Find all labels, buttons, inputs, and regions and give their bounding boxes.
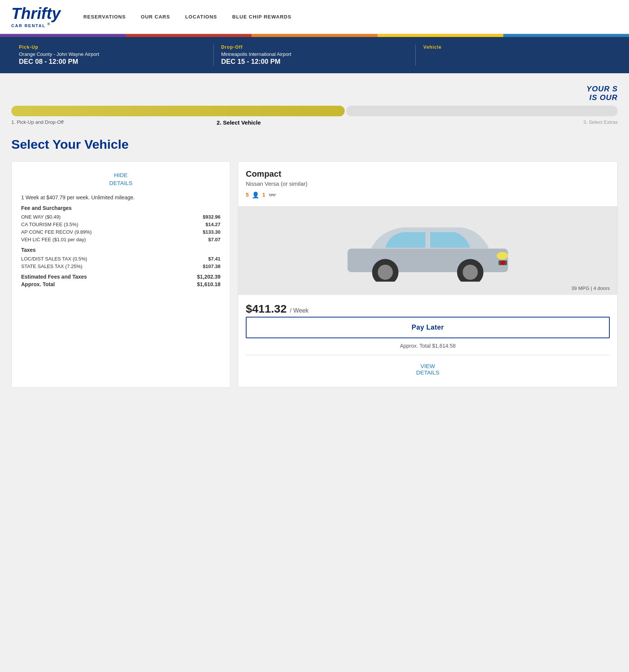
vehicle-icons: 5 👤 1 👓	[246, 191, 610, 199]
approx-total-row: Approx. Total $1,610.18	[21, 281, 220, 287]
luggage-icon: 👓	[268, 191, 276, 199]
fee-state-sales-amount: $107.38	[190, 264, 220, 269]
main-nav: RESERVATIONS OUR CARS LOCATIONS BLUE CHI…	[83, 14, 291, 20]
vehicle-model: Nissan Versa (or similar)	[246, 180, 610, 187]
fee-oneway-name: ONE WAY ($0.49)	[21, 214, 190, 220]
taxes-title: Taxes	[21, 247, 220, 253]
page-title: Select Your Vehicle	[11, 137, 618, 152]
details-intro: 1 Week at $407.79 per week. Unlimited mi…	[21, 194, 220, 200]
booking-summary-bar: Pick-Up Orange County - John Wayne Airpo…	[0, 37, 629, 73]
progress-filled	[11, 106, 345, 116]
nav-reservations[interactable]: RESERVATIONS	[83, 14, 126, 20]
dropoff-label: Drop-Off	[221, 45, 408, 50]
approx-label: Approx. Total	[21, 281, 55, 287]
nav-our-cars[interactable]: OUR CARS	[141, 14, 170, 20]
price-label: / Week	[290, 307, 309, 314]
fee-ca-tourism-amount: $14.27	[190, 222, 220, 227]
vehicle-pricing: $411.32 / Week Pay Later Approx. Total $…	[238, 295, 617, 387]
vehicle-card: Compact Nissan Versa (or similar) 5 👤 1 …	[238, 161, 618, 387]
doors: 4 doors	[594, 285, 610, 291]
pickup-location: Orange County - John Wayne Airport	[19, 51, 206, 57]
nav-locations[interactable]: LOCATIONS	[185, 14, 217, 20]
fee-row-ap-conc: AP CONC FEE RECOV (9.89%) $133.30	[21, 229, 220, 235]
color-segment-purple	[0, 34, 126, 37]
vehicle-image	[238, 206, 617, 282]
color-segment-red	[126, 34, 251, 37]
logo-text: Thrifty	[11, 6, 61, 22]
color-segment-blue	[503, 34, 629, 37]
logo-sub: CAR RENTAL ®	[11, 22, 61, 28]
color-segment-yellow	[378, 34, 503, 37]
vehicle-layout: HIDEDETAILS 1 Week at $407.79 per week. …	[11, 161, 618, 388]
fee-veh-lic-amount: $7.07	[190, 237, 220, 242]
hide-details-link[interactable]: HIDEDETAILS	[21, 171, 220, 187]
approx-total-card: Approx. Total $1,614.58	[246, 343, 610, 349]
approx-amount: $1,610.18	[197, 281, 220, 287]
vehicle-label: Vehicle	[423, 45, 610, 50]
vehicle-section: Vehicle	[416, 45, 618, 66]
color-bar	[0, 34, 629, 37]
progress-labels: 1. Pick-Up and Drop-Off 2. Select Vehicl…	[11, 119, 618, 126]
fee-oneway-amount: $932.96	[190, 214, 220, 220]
your-savings-text: YOUR SIS OUR	[11, 85, 618, 102]
nav-blue-chip[interactable]: BLUE CHIP REWARDS	[232, 14, 291, 20]
fee-ca-tourism-name: CA TOURISM FEE (3.5%)	[21, 222, 190, 227]
mpg: 39 MPG	[571, 285, 589, 291]
view-details-link[interactable]: VIEWDETAILS	[246, 359, 610, 379]
fee-ap-conc-name: AP CONC FEE RECOV (9.89%)	[21, 229, 190, 235]
progress-empty	[346, 106, 618, 116]
fee-loc-dist-name: LOC/DIST SALES TAX (0.5%)	[21, 256, 190, 262]
progress-bar	[11, 106, 618, 116]
estimated-fees-row: Estimated Fees and Taxes $1,202.39	[21, 274, 220, 280]
vehicle-specs: 39 MPG | 4 doors	[238, 282, 617, 295]
fee-loc-dist-amount: $7.41	[190, 256, 220, 262]
fee-row-oneway: ONE WAY ($0.49) $932.96	[21, 214, 220, 220]
dropoff-section: Drop-Off Minneapolis International Airpo…	[214, 45, 416, 66]
details-panel: HIDEDETAILS 1 Week at $407.79 per week. …	[11, 161, 230, 388]
pickup-date: DEC 08 - 12:00 PM	[19, 58, 206, 66]
totals-section: Estimated Fees and Taxes $1,202.39 Appro…	[21, 274, 220, 287]
price-amount: $411.32	[246, 302, 287, 315]
fees-title: Fee and Surcharges	[21, 205, 220, 211]
fee-veh-lic-name: VEH LIC FEE ($1.01 per day)	[21, 237, 190, 242]
vehicle-card-top: Compact Nissan Versa (or similar) 5 👤 1 …	[238, 162, 617, 206]
fee-row-loc-dist: LOC/DIST SALES TAX (0.5%) $7.41	[21, 256, 220, 262]
fee-row-ca-tourism: CA TOURISM FEE (3.5%) $14.27	[21, 222, 220, 227]
passenger-count: 5	[246, 192, 249, 198]
svg-point-7	[501, 260, 506, 265]
progress-area: YOUR SIS OUR 1. Pick-Up and Drop-Off 2. …	[0, 73, 629, 129]
dropoff-location: Minneapolis International Airport	[221, 51, 408, 57]
price-display: $411.32 / Week	[246, 302, 610, 315]
luggage-count: 1	[262, 192, 265, 198]
fee-state-sales-name: STATE SALES TAX (7.25%)	[21, 264, 190, 269]
site-header: Thrifty CAR RENTAL ® RESERVATIONS OUR CA…	[0, 0, 629, 34]
svg-point-4	[463, 265, 478, 280]
estimated-label: Estimated Fees and Taxes	[21, 274, 87, 280]
fee-row-state-sales: STATE SALES TAX (7.25%) $107.38	[21, 264, 220, 269]
person-icon: 👤	[252, 191, 259, 199]
dropoff-date: DEC 15 - 12:00 PM	[221, 58, 408, 66]
svg-rect-0	[348, 248, 508, 272]
divider	[246, 355, 610, 355]
pickup-section: Pick-Up Orange County - John Wayne Airpo…	[11, 45, 214, 66]
svg-point-2	[378, 265, 393, 280]
pay-later-button[interactable]: Pay Later	[246, 317, 610, 338]
estimated-amount: $1,202.39	[197, 274, 220, 280]
progress-step2: 2. Select Vehicle	[133, 119, 345, 126]
car-svg	[238, 206, 617, 282]
vehicle-class: Compact	[246, 169, 610, 179]
logo: Thrifty CAR RENTAL ®	[11, 6, 61, 28]
main-content: Select Your Vehicle HIDEDETAILS 1 Week a…	[0, 129, 629, 403]
fee-ap-conc-amount: $133.30	[190, 229, 220, 235]
color-segment-orange	[251, 34, 377, 37]
pickup-label: Pick-Up	[19, 45, 206, 50]
progress-step3: 3. Select Extras	[345, 119, 618, 126]
svg-point-5	[497, 252, 508, 259]
progress-step1: 1. Pick-Up and Drop-Off	[11, 119, 133, 126]
fee-row-veh-lic: VEH LIC FEE ($1.01 per day) $7.07	[21, 237, 220, 242]
